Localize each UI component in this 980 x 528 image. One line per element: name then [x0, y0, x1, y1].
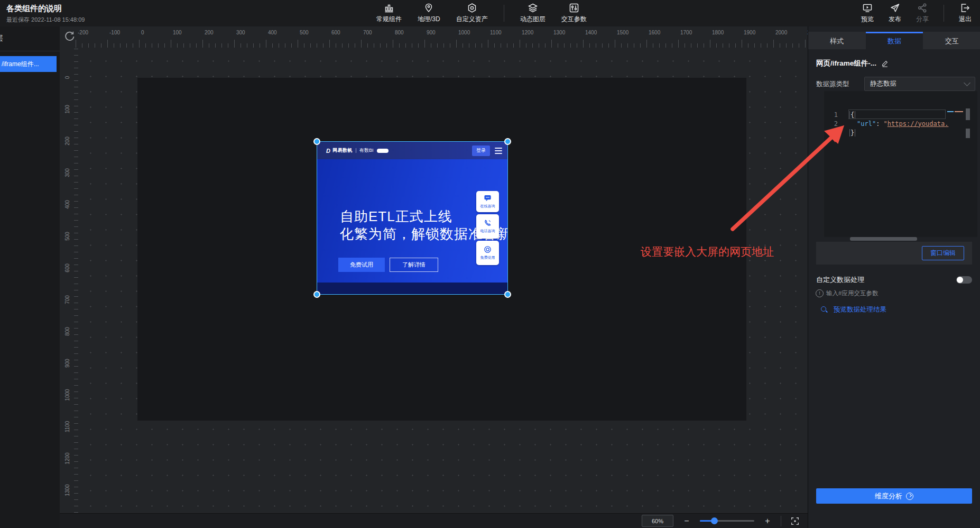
layer-item-iframe-component[interactable]: /iframe组件... — [0, 56, 57, 72]
hamburger-menu-icon[interactable] — [495, 148, 502, 154]
float-button-label: 电话咨询 — [480, 229, 495, 234]
h-ruler-tick — [646, 40, 647, 48]
toolbar-item-custom-assets[interactable]: 自定义资产 — [456, 3, 488, 24]
float-button-phone[interactable]: 电话咨询 — [476, 214, 499, 239]
h-ruler-tick — [659, 43, 660, 48]
json-code-editor[interactable]: 1 { 2 "url": "https://youdata. 3 } — [824, 91, 977, 237]
datasource-type-label: 数据源类型 — [816, 80, 849, 89]
zoom-level-value[interactable]: 60% — [642, 515, 673, 527]
canvas-workspace[interactable]: -200-10001002003004005006007008009001000… — [60, 26, 808, 528]
v-ruler-label: 300 — [64, 164, 70, 182]
v-ruler-tick — [74, 499, 78, 500]
v-ruler-tick — [74, 99, 78, 100]
h-ruler-label: 100 — [173, 30, 182, 35]
share-button[interactable]: 分享 — [916, 3, 929, 24]
page-title: 各类组件的说明 — [6, 4, 85, 14]
custom-data-processing-label: 自定义数据处理 — [816, 275, 864, 285]
editor-horizontal-scrollbar[interactable] — [850, 237, 917, 241]
h-ruler-tick — [405, 43, 406, 48]
toolbar-item-interaction-params[interactable]: 交互参数 — [561, 3, 587, 24]
logo-badge — [377, 149, 389, 153]
v-ruler-tick — [74, 461, 78, 462]
selection-handle-bottom-left[interactable] — [313, 291, 320, 298]
h-ruler-tick — [183, 43, 184, 48]
float-button-online-chat[interactable]: 在线咨询 — [476, 191, 499, 212]
float-button-free-use[interactable]: 免费使用 — [476, 241, 499, 265]
tab-interaction[interactable]: 交互 — [923, 32, 980, 49]
code-quote: " — [884, 120, 887, 128]
h-ruler-tick — [272, 43, 273, 48]
zoom-out-button[interactable]: − — [682, 517, 691, 525]
exit-button[interactable]: 退出 — [959, 3, 972, 24]
v-ruler-tick — [74, 49, 78, 49]
editor-scrollbar-block[interactable] — [966, 108, 970, 120]
dimension-analysis-label: 维度分析 — [875, 491, 902, 501]
v-ruler-label: 500 — [64, 227, 70, 245]
vertical-ruler: 0100200300400500600700800900100011001200… — [60, 49, 78, 513]
h-ruler-tick — [82, 43, 82, 48]
toolbar-item-dynamic-layers[interactable]: 动态图层 — [520, 3, 546, 24]
topbar-actions-separator — [944, 5, 944, 22]
selection-handle-top-right[interactable] — [504, 138, 511, 145]
toolbar-item-standard-components[interactable]: 常规组件 — [376, 3, 402, 24]
h-ruler-tick — [209, 43, 209, 48]
v-ruler-tick — [74, 188, 78, 189]
webpage-heading-1: 自助ETL正式上线 — [340, 207, 452, 226]
preview-button[interactable]: 预览 — [861, 3, 874, 24]
h-ruler-tick — [393, 40, 393, 48]
component-name-row: 网页/iframe组件-... — [816, 59, 889, 68]
webpage-learn-more-button[interactable]: 了解详情 — [390, 258, 438, 272]
fit-to-screen-icon[interactable] — [790, 516, 800, 526]
v-ruler-tick — [74, 411, 78, 411]
logo-divider — [356, 148, 356, 153]
iframe-component-selected[interactable]: 自助ETL正式上线 化繁为简，解锁数据准备新分析 免费试用 了解详情 D 网易数… — [317, 142, 507, 294]
h-ruler-tick — [133, 43, 133, 48]
v-ruler-tick — [74, 112, 78, 113]
publish-button[interactable]: 发布 — [889, 3, 901, 24]
edit-pencil-icon[interactable] — [881, 60, 889, 67]
datasource-type-select[interactable]: 静态数据 — [864, 77, 975, 91]
window-edit-button[interactable]: 窗口编辑 — [922, 246, 964, 260]
v-ruler-label: 1100 — [64, 418, 70, 436]
h-ruler-label: 1400 — [585, 30, 597, 35]
h-ruler-tick — [450, 43, 450, 48]
v-ruler-label: 400 — [64, 196, 70, 214]
selection-handle-top-left[interactable] — [313, 138, 320, 145]
custom-data-processing-row: 自定义数据处理 — [816, 275, 972, 285]
zoom-slider[interactable] — [700, 520, 754, 522]
toolbar-item-geo-3d[interactable]: 地理/3D — [418, 3, 440, 24]
h-ruler-tick — [748, 43, 748, 48]
zoom-slider-handle[interactable] — [711, 517, 718, 524]
dimension-analysis-button[interactable]: 维度分析 — [816, 488, 972, 504]
h-ruler-tick — [285, 43, 285, 48]
webpage-login-button[interactable]: 登录 — [472, 145, 490, 156]
v-ruler-tick — [74, 455, 78, 456]
h-ruler-tick — [685, 43, 685, 48]
h-ruler-label: 200 — [205, 30, 214, 35]
v-ruler-tick — [74, 404, 78, 405]
tab-data[interactable]: 数据 — [866, 32, 923, 49]
editor-scrollbar-block[interactable] — [966, 129, 970, 138]
toolbar-item-label: 动态图层 — [520, 15, 546, 24]
h-ruler-tick — [526, 43, 526, 48]
h-ruler-tick — [710, 40, 710, 48]
zoom-in-button[interactable]: + — [763, 517, 772, 525]
v-ruler-tick — [74, 201, 78, 202]
h-ruler-tick — [723, 43, 723, 48]
h-ruler-tick — [539, 43, 539, 48]
preview-processing-result-link[interactable]: 预览数据处理结果 — [821, 305, 886, 314]
h-ruler-tick — [291, 43, 292, 48]
webpage-free-trial-button[interactable]: 免费试用 — [338, 258, 385, 272]
selection-handle-bottom-right[interactable] — [504, 291, 511, 298]
publish-icon — [890, 3, 900, 13]
action-label: 分享 — [916, 15, 929, 24]
h-ruler-tick — [329, 40, 330, 48]
tab-style[interactable]: 样式 — [808, 32, 866, 49]
h-ruler-tick — [570, 43, 571, 48]
hexagon-nut-icon — [467, 3, 477, 13]
h-ruler-tick — [691, 43, 691, 48]
layers-header-label: 层 — [0, 34, 3, 43]
h-ruler-tick — [488, 40, 488, 48]
v-ruler-tick — [74, 239, 78, 240]
custom-data-processing-toggle[interactable] — [956, 276, 972, 284]
